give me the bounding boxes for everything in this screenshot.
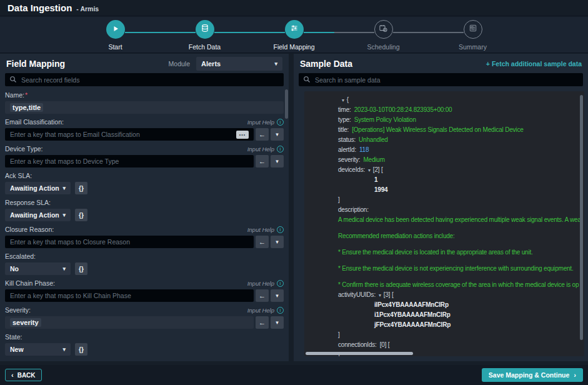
- closure-reason-input[interactable]: Enter a key that maps to Closure Reason: [5, 236, 254, 248]
- back-button[interactable]: ‹ BACK: [5, 369, 42, 381]
- closure-reason-key-dropdown-button[interactable]: ▾: [271, 236, 284, 248]
- field-state: State: New▾ {}: [5, 333, 284, 356]
- severity-prev-key-button[interactable]: ←: [256, 316, 269, 329]
- ack-sla-mapping-button[interactable]: {}: [75, 182, 87, 194]
- device-type-input[interactable]: Enter a key that maps to Device Type: [5, 155, 254, 168]
- wizard-stepper: Start Fetch Data Field Mapping Schedulin…: [0, 17, 588, 53]
- step-field-mapping: Field Mapping: [285, 20, 304, 52]
- module-select[interactable]: Alerts ▾: [196, 57, 282, 71]
- device-type-prev-key-button[interactable]: ←: [256, 155, 269, 168]
- json-text-line: * Confirm there is adequate wireless cov…: [304, 280, 584, 290]
- field-label: Ack SLA:: [5, 172, 32, 179]
- email-classification-input[interactable]: Enter a key that maps to Email Classific…: [5, 128, 254, 141]
- collapse-caret-icon[interactable]: ▾: [342, 98, 344, 103]
- json-line-severity: severity:Medium: [304, 155, 584, 165]
- step-start-label: Start: [108, 43, 122, 51]
- escalated-select[interactable]: No▾: [5, 262, 71, 275]
- search-icon: [303, 74, 311, 86]
- step-fetch-data: Fetch Data: [196, 20, 214, 52]
- info-icon[interactable]: i: [277, 280, 284, 287]
- chevron-down-icon: ▾: [274, 61, 277, 67]
- closure-reason-prev-key-button[interactable]: ←: [256, 236, 269, 248]
- collapse-caret-icon[interactable]: ▾: [368, 168, 371, 173]
- input-help: Input Helpi: [247, 119, 284, 126]
- page-title: Data Ingestion: [7, 0, 72, 16]
- ack-sla-select[interactable]: Awaiting Action▾: [5, 182, 71, 194]
- field-response-sla: Response SLA: Awaiting Action▾ {}: [5, 199, 284, 221]
- field-name: Name:* type,title: [5, 91, 284, 114]
- response-sla-select[interactable]: Awaiting Action▾: [5, 209, 71, 221]
- state-mapping-button[interactable]: {}: [75, 343, 87, 356]
- json-line-title: title:[Operations] Weak Wireless Signals…: [304, 125, 584, 135]
- form-scrollbar-thumb[interactable]: [285, 89, 288, 119]
- chevron-down-icon: ▾: [62, 212, 66, 218]
- input-help: Input Helpi: [247, 307, 284, 314]
- stepper-connector: [393, 32, 464, 33]
- input-help: Input Helpi: [247, 280, 284, 287]
- json-line-description: description:: [304, 205, 584, 215]
- field-label: Closure Reason:: [5, 226, 54, 233]
- field-closure-reason: Closure Reason: Input Helpi Enter a key …: [5, 226, 284, 248]
- json-horizontal-scrollbar-thumb[interactable]: [306, 352, 413, 355]
- play-icon: [112, 24, 119, 35]
- required-asterisk: *: [25, 91, 27, 99]
- info-icon[interactable]: i: [277, 307, 284, 314]
- json-line-status: status:Unhandled: [304, 135, 584, 145]
- severity-input[interactable]: severity: [5, 316, 254, 329]
- step-summary: Summary: [464, 20, 482, 52]
- document-icon: [469, 24, 477, 35]
- escalated-mapping-button[interactable]: {}: [75, 262, 87, 275]
- kill-chain-phase-key-dropdown-button[interactable]: ▾: [271, 289, 284, 302]
- field-escalated: Escalated: No▾ {}: [5, 252, 284, 275]
- step-scheduling-circle[interactable]: [374, 20, 393, 39]
- device-type-key-dropdown-button[interactable]: ▾: [271, 155, 284, 168]
- search-placeholder: Search in sample data: [315, 76, 380, 84]
- json-vertical-scrollbar-thumb[interactable]: [580, 95, 583, 340]
- json-array-item: i1Pcx4YBAAAAAFMnCIRp: [304, 310, 584, 320]
- json-viewer: ▾{ time:2023-03-10T00:28:24.823935+00:00…: [304, 91, 584, 356]
- info-icon[interactable]: i: [277, 119, 284, 126]
- email-classification-prev-key-button[interactable]: ←: [256, 128, 269, 141]
- field-label: State:: [5, 333, 22, 341]
- chevron-right-icon: ›: [574, 371, 576, 379]
- search-placeholder: Search record fields: [21, 76, 79, 84]
- info-icon[interactable]: i: [277, 226, 284, 233]
- field-label: Device Type:: [5, 145, 43, 152]
- json-text-line: Recommended remediation actions include:: [304, 231, 584, 241]
- step-fetch-data-circle[interactable]: [196, 20, 214, 39]
- response-sla-mapping-button[interactable]: {}: [75, 209, 87, 221]
- stepper-connector: [214, 32, 285, 33]
- fetch-additional-sample-data-link[interactable]: + Fetch additional sample data: [486, 60, 582, 68]
- step-fetch-data-label: Fetch Data: [189, 43, 221, 51]
- json-line-deviceids: deviceIds:▾[2] [: [304, 165, 584, 175]
- kill-chain-phase-input[interactable]: Enter a key that maps to Kill Chain Phas…: [5, 289, 254, 302]
- sliders-icon: [290, 24, 299, 35]
- sample-data-panel: Sample Data + Fetch additional sample da…: [294, 54, 588, 361]
- record-fields-search-input[interactable]: Search record fields: [5, 73, 284, 86]
- json-text-line: A medical device has been detected havin…: [304, 215, 584, 225]
- email-classification-key-dropdown-button[interactable]: ▾: [271, 128, 284, 141]
- json-array-item: 1: [304, 175, 584, 185]
- step-field-mapping-circle[interactable]: [285, 20, 304, 39]
- ellipsis-button[interactable]: •••: [236, 131, 249, 139]
- info-icon[interactable]: i: [277, 146, 284, 152]
- sample-data-title: Sample Data: [300, 59, 352, 69]
- stepper-connector: [304, 32, 374, 33]
- state-select[interactable]: New▾: [5, 343, 71, 356]
- severity-key-dropdown-button[interactable]: ▾: [271, 316, 284, 329]
- kill-chain-phase-prev-key-button[interactable]: ←: [256, 289, 269, 302]
- json-line-type: type:System Policy Violation: [304, 115, 584, 125]
- name-input[interactable]: type,title: [5, 101, 284, 114]
- collapse-caret-icon[interactable]: ▾: [379, 292, 381, 298]
- json-close-bracket: ]: [304, 330, 584, 340]
- step-summary-circle[interactable]: [464, 20, 482, 39]
- json-array-item: ilPcx4YBAAAAAFMnCIRp: [304, 300, 584, 310]
- field-ack-sla: Ack SLA: Awaiting Action▾ {}: [5, 172, 284, 194]
- step-field-mapping-label: Field Mapping: [274, 43, 315, 51]
- save-mapping-continue-button[interactable]: Save Mapping & Continue ›: [482, 368, 583, 382]
- json-text-line: * Ensure the medical device is located i…: [304, 248, 584, 258]
- sample-data-search-input[interactable]: Search in sample data: [299, 73, 583, 86]
- json-text-line: * Ensure the medical device is not exper…: [304, 264, 584, 274]
- step-start-circle[interactable]: [106, 20, 125, 39]
- json-close-bracket: ]: [304, 195, 584, 205]
